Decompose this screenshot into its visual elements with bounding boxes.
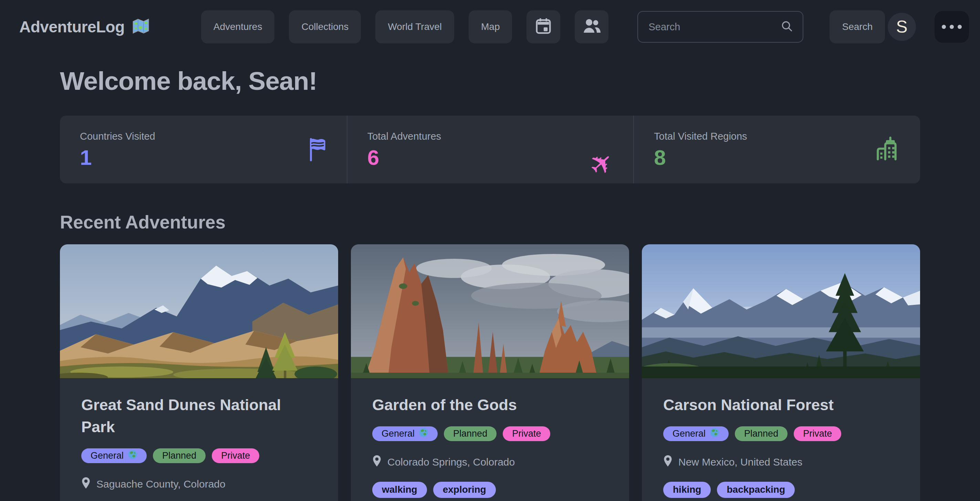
stat-value: 8 — [654, 147, 900, 168]
main-content: Welcome back, Sean! Countries Visited 1 … — [0, 66, 980, 501]
ellipsis-icon — [942, 25, 962, 29]
activity-tag: backpacking — [717, 482, 795, 498]
search-box — [637, 11, 803, 43]
badge-label: General — [673, 428, 706, 439]
adventure-cards: Great Sand Dunes National Park General — [60, 244, 920, 501]
private-badge: Private — [212, 449, 259, 463]
adventure-card[interactable]: Garden of the Gods General — [351, 244, 629, 501]
planned-badge: Planned — [444, 426, 496, 441]
app-title: AdventureLog — [19, 17, 125, 36]
recent-adventures-heading: Recent Adventures — [60, 212, 920, 233]
badge-row: General Planned Private — [81, 449, 317, 463]
stat-value: 1 — [80, 147, 327, 168]
stats-panel: Countries Visited 1 Total Adventures 6 ✈ — [60, 116, 920, 183]
location-text: Saguache County, Colorado — [96, 478, 226, 490]
stat-countries-visited: Countries Visited 1 — [60, 116, 347, 183]
adventure-card[interactable]: Great Sand Dunes National Park General — [60, 244, 338, 501]
adventurelog-app: AdventureLog Adventures Collections Worl… — [0, 0, 980, 501]
location-pin-icon — [663, 455, 673, 469]
category-badge: General — [372, 426, 438, 441]
adventure-card[interactable]: Carson National Forest General — [642, 244, 920, 501]
sand-dunes-photo[interactable] — [60, 244, 338, 378]
nav-links: Adventures Collections World Travel Map — [201, 10, 885, 43]
users-button[interactable] — [575, 10, 608, 43]
location-text: Colorado Springs, Colorado — [387, 456, 515, 468]
stat-label: Total Adventures — [368, 131, 614, 142]
badge-label: General — [382, 428, 415, 439]
location-pin-icon — [81, 477, 91, 491]
nav-adventures-button[interactable]: Adventures — [201, 10, 275, 43]
location-row: Saguache County, Colorado — [81, 477, 317, 491]
search-input[interactable] — [648, 21, 781, 33]
globe-icon — [710, 428, 719, 440]
nav-world-travel-button[interactable]: World Travel — [375, 10, 454, 43]
stat-value: 6 — [368, 147, 614, 168]
badge-row: General Planned Private — [372, 426, 608, 441]
location-pin-icon — [372, 455, 382, 469]
adventure-title[interactable]: Garden of the Gods — [372, 394, 608, 416]
badge-row: General Planned Private — [663, 426, 899, 441]
location-row: New Mexico, United States — [663, 455, 899, 469]
planned-badge: Planned — [735, 426, 788, 441]
calendar-button[interactable] — [527, 10, 560, 43]
carson-forest-photo[interactable] — [642, 244, 920, 378]
private-badge: Private — [794, 426, 841, 441]
building-icon — [875, 136, 900, 163]
avatar-initial: S — [896, 17, 907, 37]
card-body: Great Sand Dunes National Park General — [60, 378, 338, 501]
avatar[interactable]: S — [888, 13, 916, 41]
card-body: Carson National Forest General — [642, 378, 920, 501]
location-text: New Mexico, United States — [678, 456, 802, 468]
adventure-title[interactable]: Carson National Forest — [663, 394, 899, 416]
activity-tag: exploring — [433, 482, 496, 498]
activity-tag: hiking — [663, 482, 711, 498]
search-icon — [781, 20, 793, 34]
category-badge: General — [663, 426, 729, 441]
overflow-menu-button[interactable] — [935, 11, 969, 43]
stat-label: Countries Visited — [80, 131, 327, 142]
navbar: AdventureLog Adventures Collections Worl… — [0, 0, 980, 43]
calendar-icon — [534, 16, 553, 38]
nav-map-button[interactable]: Map — [469, 10, 512, 43]
location-row: Colorado Springs, Colorado — [372, 455, 608, 469]
globe-icon — [128, 450, 137, 462]
tag-row: hiking backpacking — [663, 482, 899, 498]
search-button[interactable]: Search — [829, 10, 885, 43]
stat-total-adventures: Total Adventures 6 ✈ — [347, 116, 633, 183]
navbar-right: S — [888, 11, 969, 43]
tag-row: walking exploring — [372, 482, 608, 498]
stat-label: Total Visited Regions — [654, 131, 900, 142]
nav-collections-button[interactable]: Collections — [289, 10, 361, 43]
app-logo[interactable]: AdventureLog — [19, 17, 150, 36]
globe-icon — [419, 428, 428, 440]
flag-icon — [307, 136, 327, 163]
map-logo-icon — [132, 18, 150, 35]
welcome-heading: Welcome back, Sean! — [60, 66, 920, 96]
adventure-title[interactable]: Great Sand Dunes National Park — [81, 394, 317, 438]
planned-badge: Planned — [153, 449, 205, 463]
users-icon — [582, 16, 601, 38]
badge-label: General — [91, 450, 124, 461]
private-badge: Private — [503, 426, 550, 441]
activity-tag: walking — [372, 482, 427, 498]
card-body: Garden of the Gods General — [351, 378, 629, 501]
category-badge: General — [81, 449, 147, 463]
garden-of-the-gods-photo[interactable] — [351, 244, 629, 378]
stat-total-visited-regions: Total Visited Regions 8 — [633, 116, 920, 183]
